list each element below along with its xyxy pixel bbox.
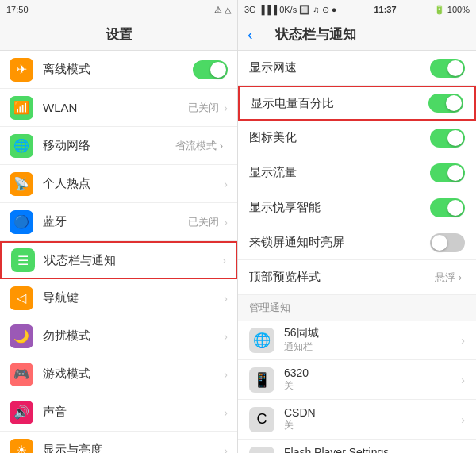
show-yixiang-label: 显示悦享智能 (249, 200, 430, 215)
left-title: 设置 (106, 25, 132, 44)
left-status-icons: ⚠ △ (214, 5, 231, 15)
top-preview-label: 顶部预览样式 (249, 270, 435, 285)
airplane-toggle[interactable] (193, 60, 228, 79)
left-item-cellular[interactable]: 🌐移动网络省流模式 › (0, 127, 237, 165)
bluetooth-chevron: › (224, 216, 228, 228)
icon-beautify-label: 图标美化 (249, 130, 430, 145)
left-list: ✈离线模式📶WLAN已关闭›🌐移动网络省流模式 ›📡个人热点›🔵蓝牙已关闭›☰状… (0, 51, 237, 453)
bluetooth-value: 已关闭 (188, 215, 219, 229)
lock-screen-wake-label: 来锁屏通知时亮屏 (249, 235, 430, 250)
wlan-chevron: › (224, 102, 228, 114)
right-battery: 🔋 100% (434, 5, 470, 15)
right-item-icon-beautify[interactable]: 图标美化 (238, 121, 476, 155)
app-csdn-name: CSDN (284, 406, 461, 419)
show-traffic-toggle[interactable] (430, 163, 465, 182)
left-item-statusbar[interactable]: ☰状态栏与通知› (0, 241, 237, 279)
left-item-dnd[interactable]: 🌙勿扰模式› (0, 317, 237, 355)
wlan-icon: 📶 (10, 96, 33, 120)
right-time: 11:37 (374, 5, 396, 14)
wlan-label: WLAN (43, 101, 188, 114)
back-button[interactable]: ‹ (248, 25, 253, 44)
dnd-icon: 🌙 (10, 324, 33, 348)
display-icon: ☀ (10, 439, 33, 454)
app-6320-icon: 📱 (249, 367, 274, 393)
app-item-app-6320[interactable]: 📱6320关› (238, 360, 476, 400)
app-56-name: 56同城 (284, 326, 461, 340)
game-chevron: › (224, 368, 228, 381)
right-item-top-preview[interactable]: 顶部预览样式悬浮 › (238, 260, 476, 295)
game-label: 游戏模式 (43, 367, 224, 382)
left-item-sound[interactable]: 🔊声音› (0, 393, 237, 432)
app-6320-chevron: › (461, 374, 465, 386)
nav-chevron: › (224, 292, 228, 305)
top-preview-value: 悬浮 › (435, 271, 462, 285)
right-signal: 3G ▐▐▐ 0K/s 🔲 ♫ ⊙ ● (244, 5, 336, 15)
nav-label: 导航键 (43, 290, 224, 305)
cellular-label: 移动网络 (43, 138, 175, 153)
show-battery-toggle[interactable] (428, 94, 463, 113)
right-status-bar: 3G ▐▐▐ 0K/s 🔲 ♫ ⊙ ● 11:37 🔋 100% (238, 0, 476, 19)
left-item-game[interactable]: 🎮游戏模式› (0, 355, 237, 393)
app-6320-name: 6320 (284, 367, 461, 379)
right-title: 状态栏与通知 (275, 25, 356, 44)
wlan-value: 已关闭 (188, 101, 219, 115)
statusbar-chevron: › (222, 254, 226, 267)
app-56-chevron: › (461, 334, 465, 347)
app-6320-sub: 关 (284, 379, 461, 393)
app-6320-info: 6320关 (284, 367, 461, 393)
sound-chevron: › (224, 406, 228, 419)
app-csdn-icon: C (249, 407, 274, 432)
right-item-show-speed[interactable]: 显示网速 (238, 51, 476, 86)
nav-icon: ◁ (10, 286, 33, 310)
app-csdn-chevron: › (461, 413, 465, 426)
show-traffic-label: 显示流量 (249, 165, 430, 180)
right-list: 显示网速显示电量百分比图标美化显示流量显示悦享智能来锁屏通知时亮屏顶部预览样式悬… (238, 51, 476, 453)
airplane-label: 离线模式 (43, 62, 193, 77)
app-flash-name: Flash Player Settings (284, 446, 461, 453)
cellular-icon: 🌐 (10, 134, 33, 158)
right-item-show-traffic[interactable]: 显示流量 (238, 155, 476, 190)
show-battery-label: 显示电量百分比 (251, 96, 428, 111)
app-item-app-56[interactable]: 🌐56同城通知栏› (238, 321, 476, 360)
show-speed-toggle[interactable] (430, 59, 465, 78)
right-item-show-yixiang[interactable]: 显示悦享智能 (238, 190, 476, 225)
sound-label: 声音 (43, 405, 224, 420)
hotspot-label: 个人热点 (43, 176, 224, 191)
icon-beautify-toggle[interactable] (430, 129, 465, 148)
bluetooth-label: 蓝牙 (43, 214, 188, 229)
left-item-nav[interactable]: ◁导航键› (0, 279, 237, 317)
right-panel: 3G ▐▐▐ 0K/s 🔲 ♫ ⊙ ● 11:37 🔋 100% ‹ 状态栏与通… (238, 0, 476, 453)
left-status-bar: 17:50 ⚠ △ (0, 0, 237, 19)
left-item-hotspot[interactable]: 📡个人热点› (0, 165, 237, 203)
manage-notifications-header: 管理通知 (238, 295, 476, 321)
app-56-icon: 🌐 (249, 328, 274, 353)
app-flash-icon: ▶ (249, 447, 274, 454)
lock-screen-wake-toggle[interactable] (430, 233, 465, 252)
left-time: 17:50 (6, 5, 29, 14)
app-56-sub: 通知栏 (284, 340, 461, 354)
dnd-label: 勿扰模式 (43, 328, 224, 344)
bluetooth-icon: 🔵 (10, 210, 33, 234)
left-header: 设置 (0, 19, 237, 51)
show-yixiang-toggle[interactable] (430, 198, 465, 217)
left-item-bluetooth[interactable]: 🔵蓝牙已关闭› (0, 203, 237, 241)
right-item-show-battery[interactable]: 显示电量百分比 (238, 86, 476, 121)
app-item-app-flash[interactable]: ▶Flash Player Settings关› (238, 440, 476, 453)
statusbar-label: 状态栏与通知 (44, 253, 222, 268)
app-56-info: 56同城通知栏 (284, 326, 461, 354)
left-panel: 17:50 ⚠ △ 设置 ✈离线模式📶WLAN已关闭›🌐移动网络省流模式 ›📡个… (0, 0, 238, 453)
left-item-airplane[interactable]: ✈离线模式 (0, 51, 237, 89)
app-csdn-info: CSDN关 (284, 406, 461, 432)
dnd-chevron: › (224, 330, 228, 343)
airplane-icon: ✈ (10, 58, 33, 82)
app-flash-info: Flash Player Settings关 (284, 446, 461, 453)
right-header: ‹ 状态栏与通知 (238, 19, 476, 51)
left-item-wlan[interactable]: 📶WLAN已关闭› (0, 89, 237, 127)
app-item-app-csdn[interactable]: CCSDN关› (238, 400, 476, 440)
hotspot-chevron: › (224, 178, 228, 190)
display-chevron: › (224, 444, 228, 454)
show-speed-label: 显示网速 (249, 60, 430, 75)
right-item-lock-screen-wake[interactable]: 来锁屏通知时亮屏 (238, 225, 476, 260)
left-item-display[interactable]: ☀显示与亮度› (0, 432, 237, 453)
hotspot-icon: 📡 (10, 172, 33, 196)
